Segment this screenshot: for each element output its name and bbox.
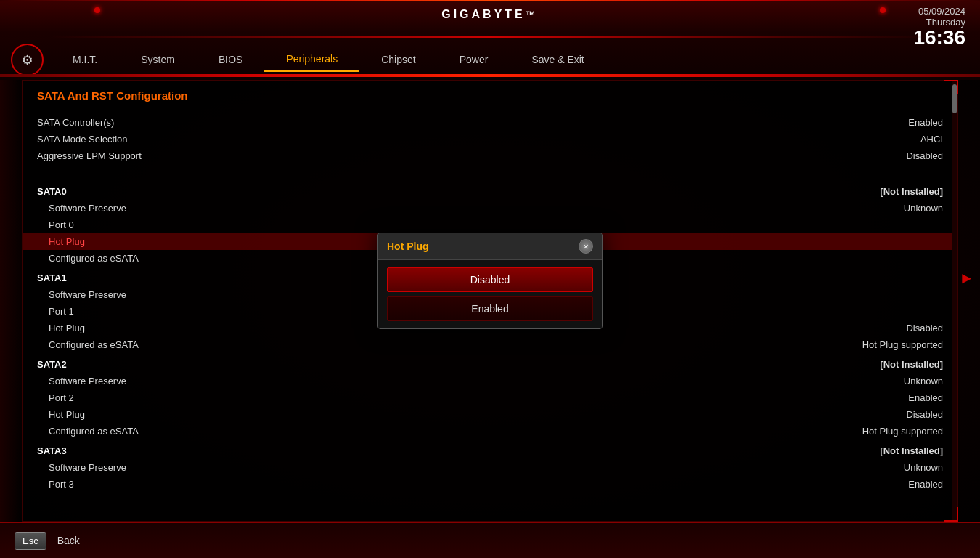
label-port1: Port 1 <box>37 306 74 317</box>
datetime: 05/09/2024 Thursday 16:36 <box>913 6 965 48</box>
spacer-1 <box>23 164 957 180</box>
value-esata-1: Hot Plug supported <box>862 339 943 350</box>
value-sw-preserve-3: Unknown <box>904 462 943 473</box>
modal-header: Hot Plug ✕ <box>378 233 602 260</box>
label-port2: Port 2 <box>37 392 74 403</box>
bottom-bar: Esc Back <box>0 522 980 558</box>
setting-port2[interactable]: Port 2 Enabled <box>23 389 957 406</box>
setting-port0[interactable]: Port 0 <box>23 217 957 233</box>
nav-mit[interactable]: M.I.T. <box>51 48 119 71</box>
label-sw-preserve-2: Software Preserve <box>37 376 126 387</box>
value-esata-2: Hot Plug supported <box>862 426 943 437</box>
setting-sata2[interactable]: SATA2 [Not Installed] <box>23 353 957 373</box>
setting-sata0[interactable]: SATA0 [Not Installed] <box>23 180 957 200</box>
label-hot-plug-1: Hot Plug <box>37 323 85 333</box>
value-sw-preserve-0: Unknown <box>904 203 943 214</box>
header-line <box>0 0 980 1</box>
label-sw-preserve-0: Software Preserve <box>37 203 126 214</box>
value-sata2: [Not Installed] <box>880 359 943 370</box>
setting-sw-preserve-2[interactable]: Software Preserve Unknown <box>23 373 957 389</box>
label-port0: Port 0 <box>37 219 74 230</box>
setting-port3[interactable]: Port 3 Enabled <box>23 476 957 493</box>
section-title: SATA And RST Configuration <box>23 81 957 108</box>
label-sw-preserve-1: Software Preserve <box>37 289 126 300</box>
label-esata-0: Configured as eSATA <box>37 253 139 264</box>
label-port3: Port 3 <box>37 479 74 490</box>
nav-chipset[interactable]: Chipset <box>359 48 437 71</box>
modal-close-button[interactable]: ✕ <box>579 239 593 254</box>
modal-title: Hot Plug <box>387 240 429 252</box>
setting-sata3[interactable]: SATA3 [Not Installed] <box>23 440 957 459</box>
setting-sw-preserve-0[interactable]: Software Preserve Unknown <box>23 200 957 217</box>
label-sw-preserve-3: Software Preserve <box>37 462 126 473</box>
nav-divider <box>0 74 980 77</box>
modal-body: Disabled Enabled <box>378 260 602 328</box>
value-port2: Enabled <box>908 392 943 403</box>
nav-peripherals[interactable]: Peripherals <box>264 47 359 72</box>
dot-accent-right <box>880 7 886 13</box>
scrollbar[interactable] <box>952 81 957 521</box>
label-sata3: SATA3 <box>37 445 67 456</box>
setting-hot-plug-2[interactable]: Hot Plug Disabled <box>23 406 957 423</box>
gear-icon: ⚙ <box>11 44 44 76</box>
esc-button[interactable]: Esc <box>15 532 46 550</box>
setting-sw-preserve-3[interactable]: Software Preserve Unknown <box>23 459 957 476</box>
label-sata1: SATA1 <box>37 272 67 283</box>
hot-plug-modal: Hot Plug ✕ Disabled Enabled <box>377 232 603 329</box>
value-hot-plug-2: Disabled <box>906 409 943 420</box>
right-arrow-icon[interactable]: ► <box>962 270 971 288</box>
header-deco <box>0 36 980 38</box>
header: ⚙ GIGABYTE™ 05/09/2024 Thursday 16:36 M.… <box>0 0 980 80</box>
value-hot-plug-1: Disabled <box>906 323 943 333</box>
label-hot-plug-2: Hot Plug <box>37 409 85 420</box>
value-sata3: [Not Installed] <box>880 445 943 456</box>
corner-br-decoration <box>944 507 958 522</box>
value-port3: Enabled <box>908 479 943 490</box>
date-display: 05/09/2024 <box>913 6 965 17</box>
value-sw-preserve-2: Unknown <box>904 376 943 387</box>
nav-bios[interactable]: BIOS <box>197 48 264 71</box>
setting-esata-1[interactable]: Configured as eSATA Hot Plug supported <box>23 336 957 353</box>
setting-esata-2[interactable]: Configured as eSATA Hot Plug supported <box>23 423 957 440</box>
label-sata0: SATA0 <box>37 186 67 197</box>
label-lpm: Aggressive LPM Support <box>37 150 142 161</box>
label-sata-controllers: SATA Controller(s) <box>37 117 114 128</box>
setting-sata-controllers[interactable]: SATA Controller(s) Enabled <box>23 114 957 131</box>
label-sata-mode: SATA Mode Selection <box>37 134 128 145</box>
value-lpm: Disabled <box>906 150 943 161</box>
label-esata-2: Configured as eSATA <box>37 426 139 437</box>
value-sata-mode: AHCI <box>920 134 943 145</box>
logo: GIGABYTE™ <box>441 6 539 33</box>
nav-power[interactable]: Power <box>438 48 510 71</box>
label-esata-1: Configured as eSATA <box>37 339 139 350</box>
modal-option-disabled[interactable]: Disabled <box>387 267 593 292</box>
nav-system[interactable]: System <box>119 48 197 71</box>
dot-accent-left <box>94 7 100 13</box>
nav-save-exit[interactable]: Save & Exit <box>510 48 605 71</box>
corner-tr-decoration <box>944 80 958 94</box>
navbar: M.I.T. System BIOS Peripherals Chipset P… <box>51 45 980 74</box>
modal-option-enabled[interactable]: Enabled <box>387 296 593 321</box>
back-label: Back <box>57 535 80 546</box>
label-hot-plug-0: Hot Plug <box>37 236 85 247</box>
setting-sata-mode[interactable]: SATA Mode Selection AHCI <box>23 131 957 147</box>
value-sata-controllers: Enabled <box>908 117 943 128</box>
value-sata0: [Not Installed] <box>880 186 943 197</box>
setting-lpm[interactable]: Aggressive LPM Support Disabled <box>23 147 957 164</box>
left-decoration <box>0 80 20 522</box>
label-sata2: SATA2 <box>37 359 67 370</box>
